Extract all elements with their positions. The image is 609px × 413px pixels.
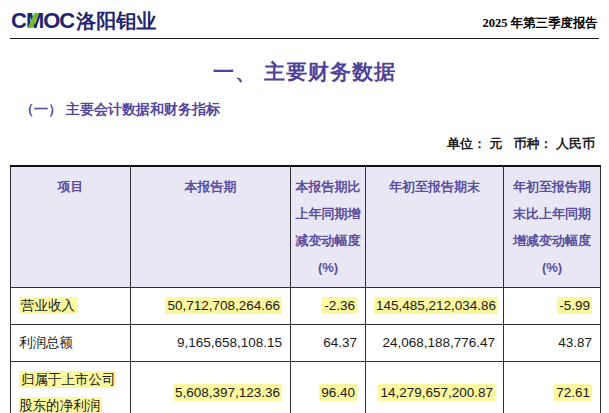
document-header: CMOC 洛阳钼业 2025 年第三季度报告 [0, 0, 609, 35]
column-header-ytd: 年初至报告期末 [366, 166, 504, 288]
cell-current-period: 5,608,397,123.36 [131, 362, 291, 413]
cell-text: 利润总额 [19, 335, 73, 350]
table-row-total-profit: 利润总额 9,165,658,108.15 64.37 24,068,188,7… [11, 325, 601, 362]
cell-text: 9,165,658,108.15 [177, 335, 282, 350]
column-header-current-period: 本报告期 [131, 166, 291, 288]
column-header-period-change: 本报告期比上年同期增减变动幅度(%) [291, 166, 366, 288]
cell-ytd: 14,279,657,200.87 [366, 362, 504, 413]
section-title: 一、 主要财务数据 [0, 58, 609, 86]
cell-current-period: 9,165,658,108.15 [131, 325, 291, 362]
cell-item: 归属于上市公司股东的净利润 [11, 362, 131, 413]
cell-ytd-change: -5.99 [504, 288, 601, 325]
cell-text: 96.40 [319, 384, 357, 401]
cell-ytd-change: 43.87 [504, 325, 601, 362]
cell-ytd: 145,485,212,034.86 [366, 288, 504, 325]
cmoc-logo: CMOC 洛阳钼业 [11, 8, 156, 35]
cell-text: -2.36 [322, 297, 357, 314]
header-divider [10, 38, 599, 39]
cell-period-change: -2.36 [291, 288, 366, 325]
report-period-title: 2025 年第三季度报告 [482, 15, 598, 35]
section-subtitle: （一） 主要会计数据和财务指标 [20, 101, 609, 119]
table-row-net-profit-attributable: 归属于上市公司股东的净利润 5,608,397,123.36 96.40 14,… [11, 362, 601, 413]
cell-text: 43.87 [558, 335, 592, 350]
cell-text: 72.61 [554, 384, 592, 401]
cell-current-period: 50,712,708,264.66 [131, 288, 291, 325]
cell-item: 利润总额 [11, 325, 131, 362]
cell-text: 14,279,657,200.87 [378, 384, 495, 401]
table-header-row: 项目 本报告期 本报告期比上年同期增减变动幅度(%) 年初至报告期末 年初至报告… [11, 166, 601, 288]
column-header-item: 项目 [11, 166, 131, 288]
cell-ytd: 24,068,188,776.47 [366, 325, 504, 362]
report-page: CMOC 洛阳钼业 2025 年第三季度报告 一、 主要财务数据 （一） 主要会… [0, 0, 609, 413]
unit-currency-note: 单位： 元 币种： 人民币 [0, 135, 595, 153]
cell-ytd-change: 72.61 [504, 362, 601, 413]
cell-period-change: 96.40 [291, 362, 366, 413]
cmoc-logo-chinese-name: 洛阳钼业 [76, 8, 156, 35]
cell-period-change: 64.37 [291, 325, 366, 362]
cmoc-logo-wordmark: CMOC [11, 8, 74, 34]
cell-text: 24,068,188,776.47 [382, 335, 495, 350]
cell-text: 145,485,212,034.86 [374, 297, 498, 314]
cell-text: -5.99 [557, 297, 592, 314]
cell-text: 50,712,708,264.66 [165, 297, 282, 314]
column-header-ytd-change: 年初至报告期末比上年同期增减变动幅度(%) [504, 166, 601, 288]
cell-text: 64.37 [323, 335, 357, 350]
financial-data-table: 项目 本报告期 本报告期比上年同期增减变动幅度(%) 年初至报告期末 年初至报告… [10, 165, 601, 413]
table-row-revenue: 营业收入 50,712,708,264.66 -2.36 145,485,212… [11, 288, 601, 325]
cell-text: 营业收入 [19, 297, 77, 314]
cell-text: 归属于上市公司股东的净利润 [19, 371, 116, 413]
cell-text: 5,608,397,123.36 [173, 384, 282, 401]
cell-item: 营业收入 [11, 288, 131, 325]
